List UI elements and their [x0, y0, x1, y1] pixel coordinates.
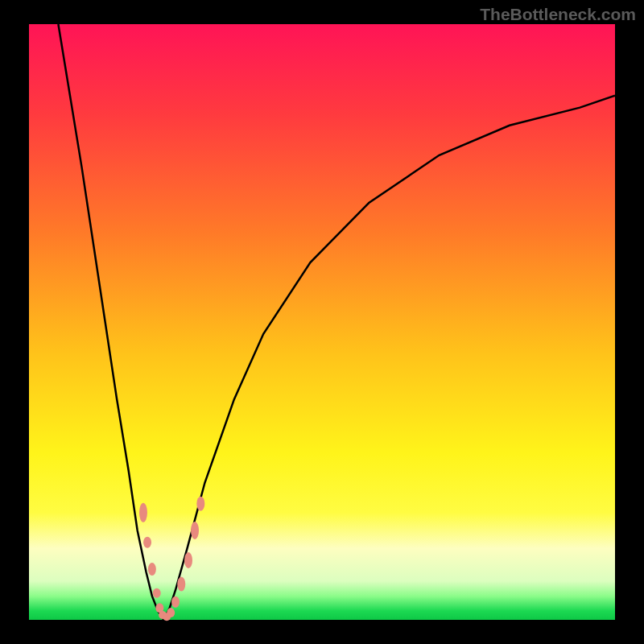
plot-background — [29, 24, 615, 620]
data-marker — [191, 522, 199, 539]
data-marker — [177, 577, 185, 592]
data-marker — [184, 552, 192, 568]
data-marker — [196, 497, 204, 511]
data-marker — [148, 563, 156, 576]
data-marker — [171, 597, 180, 608]
watermark: TheBottleneck.com — [480, 5, 636, 24]
data-marker — [167, 608, 175, 617]
data-marker — [153, 588, 161, 598]
chart-container — [0, 0, 644, 644]
data-marker — [143, 537, 151, 548]
data-marker — [139, 503, 147, 522]
bottleneck-chart — [0, 0, 644, 644]
